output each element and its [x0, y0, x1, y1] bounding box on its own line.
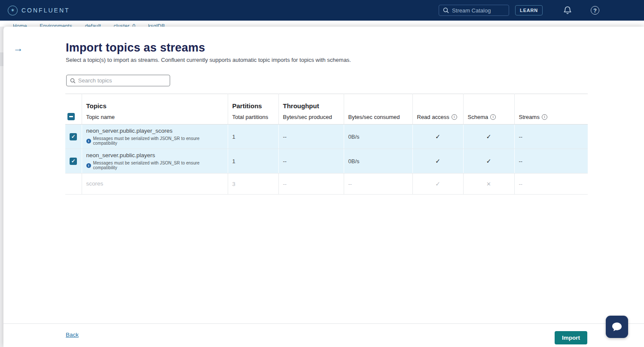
read-access-info-icon[interactable]: i: [452, 114, 457, 120]
back-link[interactable]: Back: [66, 332, 79, 338]
topic-search-box[interactable]: [66, 75, 170, 86]
schema-check-icon: ✓: [486, 158, 491, 164]
top-navbar: ✶ CONFLUENT LEARN ?: [0, 0, 644, 21]
bytes-produced-value: --: [278, 149, 344, 174]
learn-button[interactable]: LEARN: [515, 5, 543, 15]
schema-info-icon[interactable]: i: [490, 114, 496, 120]
column-streams: Streams i: [519, 114, 584, 120]
column-total-partitions: Total partitions: [232, 114, 274, 120]
streams-info-icon[interactable]: i: [542, 114, 547, 120]
modal-footer: Back Import: [3, 323, 644, 347]
total-partitions-value: 1: [228, 125, 278, 149]
streams-value: --: [514, 174, 588, 195]
bytes-produced-value: --: [278, 125, 344, 149]
topic-note: i Messages must be serialized with JSON_…: [86, 161, 223, 170]
schema-check-icon: ✓: [486, 133, 491, 140]
menu-hamburger-icon[interactable]: [617, 5, 628, 16]
bytes-consumed-value: 0B/s: [344, 125, 412, 149]
breadcrumb: Home Environments default cluster_0 ksql…: [13, 21, 528, 27]
read-access-check-icon: ✓: [435, 180, 440, 187]
speech-bubble-icon: [611, 321, 623, 332]
brand-name: CONFLUENT: [21, 7, 70, 14]
chat-widget-button[interactable]: [606, 316, 628, 338]
bytes-consumed-value: 0B/s: [344, 149, 412, 174]
topic-name: neon_server.public.player_scores: [86, 128, 223, 134]
import-button[interactable]: Import: [555, 331, 587, 344]
table-row[interactable]: ✓ neon_server.public.player_scores i Mes…: [65, 125, 588, 149]
page-title: Import topics as streams: [66, 41, 205, 55]
table-row[interactable]: ✓ neon_server.public.players i Messages …: [65, 149, 588, 174]
topic-search-input[interactable]: [78, 77, 166, 84]
topic-name: neon_server.public.players: [86, 152, 223, 159]
confluent-logo[interactable]: ✶ CONFLUENT: [8, 6, 70, 15]
streams-value: --: [514, 149, 588, 174]
schema-x-icon: ✕: [486, 181, 491, 187]
topic-name: scores: [86, 180, 223, 187]
info-icon: i: [86, 163, 91, 168]
read-access-check-icon: ✓: [435, 133, 440, 140]
page-subtitle: Select a topic(s) to import as streams. …: [66, 57, 351, 63]
notifications-bell-icon[interactable]: [562, 5, 573, 16]
topics-table: Topics Topic name Partitions Total parti…: [65, 94, 588, 195]
table-row-disabled: scores 3 -- -- ✓ ✕ --: [65, 174, 588, 195]
column-schema: Schema i: [468, 114, 510, 120]
info-icon: i: [86, 139, 91, 143]
row-checkbox[interactable]: ✓: [70, 158, 77, 165]
column-group-throughput: Throughput: [283, 102, 339, 110]
help-icon[interactable]: ?: [589, 5, 601, 16]
total-partitions-value: 1: [228, 149, 278, 174]
search-icon: [70, 78, 76, 84]
column-group-topics: Topics: [86, 102, 223, 110]
column-read-access: Read access i: [417, 114, 459, 120]
total-partitions-value: 3: [228, 174, 278, 195]
breadcrumb-text: Home Environments default cluster_0 ksql…: [13, 23, 165, 27]
topic-note: i Messages must be serialized with JSON_…: [86, 136, 223, 146]
collapse-panel-arrow-icon[interactable]: →: [12, 42, 24, 54]
import-topics-modal: → Import topics as streams Select a topi…: [3, 27, 644, 347]
stream-catalog-input[interactable]: [452, 7, 505, 14]
streams-value: --: [514, 125, 588, 149]
bytes-consumed-value: --: [344, 174, 412, 195]
select-all-checkbox[interactable]: [67, 113, 75, 120]
confluent-logo-icon: ✶: [8, 6, 18, 15]
column-bytes-produced: Bytes/sec produced: [283, 114, 339, 120]
search-icon: [443, 7, 449, 13]
column-group-partitions: Partitions: [232, 102, 274, 110]
bytes-produced-value: --: [278, 174, 344, 195]
read-access-check-icon: ✓: [435, 158, 440, 164]
stream-catalog-search[interactable]: [439, 5, 509, 16]
column-topic-name: Topic name: [86, 114, 223, 120]
row-checkbox[interactable]: ✓: [70, 133, 77, 140]
table-header-row: Topics Topic name Partitions Total parti…: [65, 94, 588, 125]
column-bytes-consumed: Bytes/sec consumed: [348, 114, 408, 120]
